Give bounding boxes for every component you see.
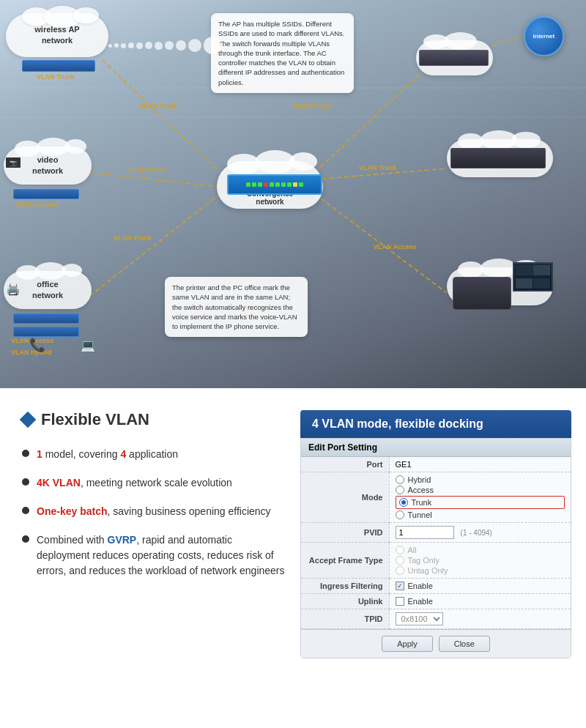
uplink-value: Enable bbox=[389, 594, 571, 609]
thought-dots bbox=[108, 37, 221, 54]
uplink-row: Uplink Enable bbox=[301, 594, 571, 609]
mode-label: Mode bbox=[301, 472, 389, 523]
tag-only-label: Tag Only bbox=[408, 556, 440, 565]
access-radio[interactable] bbox=[396, 486, 404, 494]
tag-only-radio[interactable] bbox=[396, 556, 404, 565]
convergence-switch bbox=[227, 174, 322, 195]
ingress-checkbox-item[interactable]: Enable bbox=[396, 582, 565, 590]
accept-tag-only[interactable]: Tag Only bbox=[396, 556, 565, 565]
bullet-dot bbox=[22, 478, 29, 486]
trunk-label: Trunk bbox=[412, 498, 432, 507]
internet-globe: Internet bbox=[524, 16, 564, 56]
hybrid-radio[interactable] bbox=[396, 475, 404, 484]
office-switch2 bbox=[13, 327, 79, 337]
wireless-switch bbox=[22, 60, 95, 72]
ingress-row: Ingress Filtering Enable bbox=[301, 579, 571, 594]
edit-port-title: Edit Port Setting bbox=[301, 439, 571, 457]
ingress-value: Enable bbox=[389, 579, 571, 594]
uplink-label: Uplink bbox=[301, 594, 389, 609]
feature-list: 1 model, covering 4 application 4K VLAN,… bbox=[22, 447, 286, 579]
wireless-vlan-label: VLAN Trunk bbox=[37, 73, 75, 81]
network-diagram: VLAN Trunk VLAN Trunk VLAN Trunk VLAN Tr… bbox=[0, 0, 586, 388]
mode-trunk[interactable]: Trunk bbox=[396, 496, 565, 509]
highlight-gvrp: GVRP bbox=[108, 534, 137, 546]
highlight-batch: One-key batch bbox=[37, 505, 107, 517]
port-label: Port bbox=[301, 457, 389, 472]
uplink-enable-label: Enable bbox=[408, 597, 433, 606]
untag-only-radio[interactable] bbox=[396, 566, 404, 575]
diamond-icon bbox=[20, 412, 37, 428]
section-title-text: Flexible VLAN bbox=[41, 410, 149, 429]
hybrid-label: Hybrid bbox=[408, 475, 431, 484]
mode-value: Hybrid Access Trunk bbox=[389, 472, 571, 523]
monitor-screen bbox=[513, 262, 553, 291]
right-panel: 4 VLAN mode, flexible docking Edit Port … bbox=[300, 410, 571, 713]
callout-wireless: The AP has multiple SSIDs. Different SSI… bbox=[211, 13, 354, 93]
nvr-device bbox=[453, 277, 511, 310]
section-title: Flexible VLAN bbox=[22, 410, 286, 429]
list-item: Combined with GVRP, rapid and automatic … bbox=[22, 532, 286, 579]
panel-header: 4 VLAN mode, flexible docking bbox=[300, 410, 571, 438]
camera-icon: 📷 bbox=[6, 157, 21, 168]
edit-port-panel: Edit Port Setting Port GE1 Mode bbox=[300, 438, 571, 658]
video-vlan-label: VLAN Access bbox=[15, 201, 57, 208]
ac-device bbox=[419, 50, 489, 66]
ingress-label: Ingress Filtering bbox=[301, 579, 389, 594]
mode-tunnel[interactable]: Tunnel bbox=[396, 510, 565, 519]
port-settings-table: Port GE1 Mode Hybrid bbox=[301, 457, 571, 629]
pvid-value-cell: (1 - 4094) bbox=[389, 523, 571, 543]
accept-untag-only[interactable]: Untag Only bbox=[396, 566, 565, 575]
list-item: One-key batch, saving business opening e… bbox=[22, 504, 286, 519]
accept-all[interactable]: All bbox=[396, 546, 565, 554]
callout-office: The printer and the PC office mark the s… bbox=[165, 277, 308, 337]
phone-icon: 📞 bbox=[29, 337, 45, 353]
left-panel: Flexible VLAN 1 model, covering 4 applic… bbox=[22, 410, 286, 713]
tpid-select[interactable]: 0x8100 bbox=[396, 612, 443, 625]
pc-icon: 💻 bbox=[81, 338, 95, 352]
highlight-4: 4 bbox=[120, 448, 126, 460]
button-row: Apply Close bbox=[301, 629, 571, 658]
office-switch1 bbox=[13, 313, 79, 324]
all-label: All bbox=[408, 546, 417, 554]
uplink-checkbox[interactable] bbox=[396, 597, 404, 606]
port-row: Port GE1 bbox=[301, 457, 571, 472]
ingress-checkbox[interactable] bbox=[396, 582, 404, 590]
tpid-row: TPID 0x8100 bbox=[301, 609, 571, 629]
accept-frame-label: Accept Frame Type bbox=[301, 543, 389, 579]
pvid-input[interactable] bbox=[396, 526, 454, 539]
ingress-enable-label: Enable bbox=[408, 582, 433, 590]
printer-icon: 🖨️ bbox=[6, 282, 21, 296]
port-value: GE1 bbox=[389, 457, 571, 472]
highlight-1: 1 bbox=[37, 448, 42, 460]
mode-row: Mode Hybrid Access bbox=[301, 472, 571, 523]
bullet-dot bbox=[22, 507, 29, 514]
list-item: 1 model, covering 4 application bbox=[22, 447, 286, 462]
accept-frame-row: Accept Frame Type All Tag Only bbox=[301, 543, 571, 579]
uplink-checkbox-item[interactable]: Enable bbox=[396, 597, 565, 606]
tpid-label: TPID bbox=[301, 609, 389, 629]
untag-only-label: Untag Only bbox=[408, 566, 448, 575]
accept-radio-group: All Tag Only Untag Only bbox=[396, 546, 565, 575]
highlight-4k: 4K VLAN bbox=[37, 477, 81, 489]
close-button[interactable]: Close bbox=[439, 636, 490, 652]
access-label: Access bbox=[408, 486, 434, 494]
tunnel-label: Tunnel bbox=[408, 510, 432, 519]
bullet-dot bbox=[22, 535, 29, 543]
mode-hybrid[interactable]: Hybrid bbox=[396, 475, 565, 484]
apply-button[interactable]: Apply bbox=[382, 636, 433, 652]
pvid-range: (1 - 4094) bbox=[461, 529, 492, 537]
mode-radio-group: Hybrid Access Trunk bbox=[396, 475, 565, 519]
mode-access[interactable]: Access bbox=[396, 486, 565, 494]
bullet-dot bbox=[22, 450, 29, 457]
tunnel-radio[interactable] bbox=[396, 510, 404, 519]
all-radio[interactable] bbox=[396, 546, 404, 554]
softswitch-device bbox=[450, 148, 546, 168]
pvid-row: PVID (1 - 4094) bbox=[301, 523, 571, 543]
video-switch bbox=[13, 189, 79, 199]
trunk-radio[interactable] bbox=[399, 498, 408, 507]
list-item: 4K VLAN, meeting network scale evolution bbox=[22, 475, 286, 491]
bottom-section: Flexible VLAN 1 model, covering 4 applic… bbox=[0, 388, 586, 728]
tpid-value-cell: 0x8100 bbox=[389, 609, 571, 629]
pvid-label: PVID bbox=[301, 523, 389, 543]
accept-frame-value: All Tag Only Untag Only bbox=[389, 543, 571, 579]
